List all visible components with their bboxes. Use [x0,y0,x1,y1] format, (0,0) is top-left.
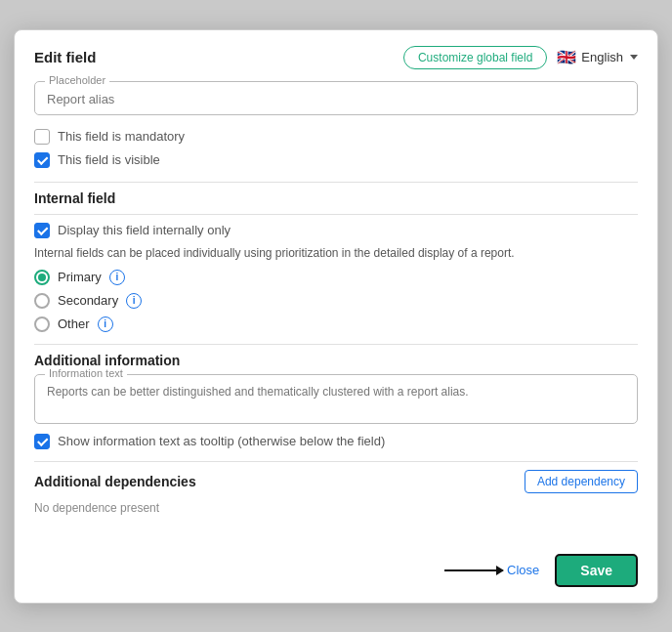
info-textarea[interactable] [47,385,625,412]
info-primary-icon[interactable]: i [109,270,125,285]
tooltip-label: Show information text as tooltip (otherw… [58,434,385,448]
dependencies-title: Additional dependencies [34,474,196,489]
visible-checkbox[interactable] [34,152,50,168]
internal-display-label: Display this field internally only [58,223,231,237]
info-textarea-wrapper: Information text [34,374,638,424]
divider-3 [34,344,638,345]
divider-2 [34,214,638,215]
tooltip-checkbox-row: Show information text as tooltip (otherw… [34,434,638,449]
modal-header: Edit field Customize global field 🇬🇧 Eng… [15,30,657,81]
radio-primary-label: Primary [58,270,102,284]
tooltip-checkbox[interactable] [34,434,50,449]
header-right: Customize global field 🇬🇧 English [403,46,638,69]
internal-display-checkbox-row: Display this field internally only [34,223,638,238]
additional-info-title: Additional information [34,353,638,368]
arrow-close-wrapper: Close [444,563,543,577]
language-label: English [581,50,623,64]
modal-footer: Close Save [15,544,657,603]
modal-backdrop: Edit field Customize global field 🇬🇧 Eng… [0,0,672,632]
chevron-down-icon [630,55,638,60]
divider-4 [34,461,638,462]
language-selector[interactable]: 🇬🇧 English [557,48,638,66]
visible-checkbox-row: This field is visible [34,152,638,168]
close-button[interactable]: Close [503,563,543,577]
edit-field-modal: Edit field Customize global field 🇬🇧 Eng… [14,29,658,604]
priority-radio-group: Primary i Secondary i Other i [34,270,638,332]
save-button[interactable]: Save [555,554,638,587]
internal-field-description: Internal fields can be placed individual… [34,246,638,260]
radio-row-primary: Primary i [34,270,638,285]
divider-1 [34,182,638,183]
add-dependency-button[interactable]: Add dependency [525,470,638,493]
no-dependence-text: No dependence present [34,501,638,515]
info-other-icon[interactable]: i [98,316,113,332]
radio-row-secondary: Secondary i [34,293,638,309]
flag-icon: 🇬🇧 [557,48,576,66]
placeholder-input[interactable] [47,92,625,106]
mandatory-label: This field is mandatory [58,129,185,144]
radio-secondary-label: Secondary [58,293,118,308]
internal-field-title: Internal field [34,190,638,206]
modal-body: Placeholder This field is mandatory This… [15,81,657,544]
info-secondary-icon[interactable]: i [126,293,142,309]
visible-label: This field is visible [58,152,160,167]
radio-other-label: Other [58,316,90,331]
internal-display-checkbox[interactable] [34,223,50,238]
placeholder-field-label: Placeholder [45,74,109,86]
placeholder-wrapper: Placeholder [34,81,638,115]
dependencies-header: Additional dependencies Add dependency [34,470,638,493]
radio-other[interactable] [34,316,50,332]
radio-secondary[interactable] [34,293,50,309]
radio-row-other: Other i [34,316,638,332]
modal-title: Edit field [34,49,96,65]
customize-global-field-button[interactable]: Customize global field [403,46,547,69]
info-textarea-label: Information text [45,367,127,379]
arrow-icon [444,569,503,571]
radio-primary[interactable] [34,270,50,285]
mandatory-checkbox-row: This field is mandatory [34,129,638,145]
checkboxes-group: This field is mandatory This field is vi… [34,129,638,168]
mandatory-checkbox[interactable] [34,129,50,145]
